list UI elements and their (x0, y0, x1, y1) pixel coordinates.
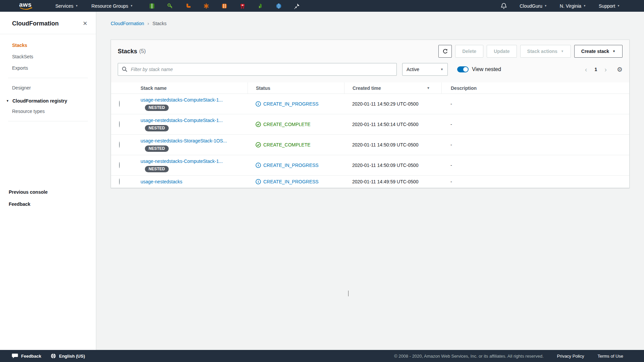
stack-name-link[interactable]: usage-nestedstacks-ComputeStack-1... (141, 97, 223, 103)
column-header-created-time[interactable]: Created time ▼ (344, 82, 441, 94)
close-icon[interactable]: × (83, 20, 87, 27)
services-menu[interactable]: Services ▼ (55, 3, 78, 9)
stack-radio[interactable] (119, 141, 120, 148)
table-row: usage-nestedstacks NESTED CREATE_IN_PROG… (111, 176, 629, 188)
chevron-down-icon: ▼ (583, 5, 586, 7)
pinned-service-icon-red-robot[interactable] (239, 3, 246, 9)
refresh-button[interactable] (438, 45, 452, 58)
sidebar-title: CloudFormation (12, 20, 59, 27)
text-cursor (348, 291, 348, 296)
stack-created-time: 2020-01-11 14:50:29 UTC-0500 (344, 101, 441, 107)
sidebar-section-registry[interactable]: ▼ CloudFormation registry (0, 94, 96, 106)
chevron-down-icon: ▼ (75, 5, 78, 7)
divider (8, 78, 88, 78)
refresh-icon (442, 49, 448, 54)
search-icon (122, 66, 127, 72)
table-header-row: Stack name Status Created time ▼ Descrip… (111, 82, 629, 94)
top-navigation-bar: aws Services ▼ Resource Groups ▼ (0, 0, 644, 12)
speech-bubble-icon (12, 353, 18, 359)
stack-name-link[interactable]: usage-nestedstacks (141, 179, 182, 184)
next-page-icon[interactable]: › (604, 66, 607, 73)
table-row: usage-nestedstacks-StorageStack-1OS... N… (111, 135, 629, 155)
privacy-policy-link[interactable]: Privacy Policy (557, 354, 584, 359)
stack-created-time: 2020-01-11 14:49:59 UTC-0500 (344, 179, 441, 184)
panel-title: Stacks (118, 48, 137, 55)
stack-name-link[interactable]: usage-nestedstacks-ComputeStack-1... (141, 118, 223, 123)
sidebar-item-stacks[interactable]: Stacks (0, 40, 96, 51)
breadcrumb-current: Stacks (153, 21, 167, 26)
gear-icon[interactable]: ⚙ (617, 66, 623, 73)
globe-icon (51, 353, 56, 359)
notifications-bell-icon[interactable] (501, 3, 507, 9)
delete-button[interactable]: Delete (455, 45, 483, 58)
breadcrumb-separator-icon: › (148, 20, 149, 26)
stack-radio[interactable] (119, 101, 120, 107)
chevron-down-icon: ▼ (130, 5, 133, 7)
nested-badge: NESTED (145, 105, 169, 111)
stack-radio[interactable] (119, 178, 120, 185)
footer: Feedback English (US) © 2008 - 2020, Ama… (0, 350, 644, 362)
stack-created-time: 2020-01-11 14:50:09 UTC-0500 (344, 142, 441, 147)
resource-groups-menu[interactable]: Resource Groups ▼ (92, 3, 133, 9)
nested-badge: NESTED (145, 125, 169, 131)
triangle-down-icon: ▼ (6, 99, 9, 103)
view-nested-toggle[interactable] (457, 66, 469, 72)
update-button[interactable]: Update (487, 45, 517, 58)
column-header-stack-name[interactable]: Stack name (132, 82, 248, 94)
aws-logo[interactable]: aws (19, 1, 34, 11)
stack-filter (118, 63, 397, 76)
nested-badge: NESTED (145, 166, 169, 172)
region-menu[interactable]: N. Virginia ▼ (560, 3, 586, 9)
terms-of-use-link[interactable]: Terms of Use (597, 354, 623, 359)
support-menu[interactable]: Support ▼ (599, 3, 620, 9)
pushpin-icon[interactable] (294, 3, 300, 9)
stack-name-link[interactable]: usage-nestedstacks-StorageStack-1OS... (141, 138, 227, 143)
pinned-service-shortcuts (149, 3, 300, 9)
filter-stack-name-input[interactable] (118, 63, 397, 76)
pinned-service-icon-green-pillar[interactable] (258, 3, 264, 9)
sidebar-item-designer[interactable]: Designer (0, 82, 96, 94)
view-nested-toggle-group[interactable]: View nested (457, 66, 501, 72)
footer-feedback-link[interactable]: Feedback (12, 353, 41, 359)
stack-status: CREATE_COMPLETE (263, 142, 311, 147)
breadcrumb: CloudFormation › Stacks (96, 12, 644, 26)
current-page-number[interactable]: 1 (594, 67, 597, 72)
column-header-description[interactable]: Description (441, 82, 629, 94)
pinned-service-icon-asterisk[interactable] (203, 3, 209, 9)
previous-page-icon[interactable]: ‹ (585, 66, 587, 73)
view-nested-label: View nested (472, 66, 501, 72)
pagination: ‹ 1 › (585, 66, 607, 73)
status-filter-select[interactable]: Active ▼ (402, 63, 448, 76)
create-stack-button[interactable]: Create stack ▼ (574, 45, 623, 58)
stack-radio[interactable] (119, 121, 120, 127)
footer-language-selector[interactable]: English (US) (51, 353, 85, 359)
breadcrumb-cloudformation-link[interactable]: CloudFormation (111, 21, 144, 26)
account-menu[interactable]: CloudGuru ▼ (520, 3, 547, 9)
table-row: usage-nestedstacks-ComputeStack-1... NES… (111, 155, 629, 176)
stack-name-link[interactable]: usage-nestedstacks-ComputeStack-1... (141, 159, 223, 164)
pinned-service-icon-database[interactable] (276, 3, 282, 9)
sort-descending-icon[interactable]: ▼ (427, 86, 430, 90)
previous-console-link[interactable]: Previous console (0, 186, 96, 198)
pinned-service-icon-green-box[interactable] (149, 3, 155, 9)
stack-description: - (441, 142, 629, 147)
sidebar-item-stacksets[interactable]: StackSets (0, 51, 96, 62)
sidebar-item-resource-types[interactable]: Resource types (0, 106, 96, 117)
pinned-service-icon-pipe[interactable] (185, 3, 191, 9)
stack-radio[interactable] (119, 162, 120, 168)
sidebar-feedback-link[interactable]: Feedback (0, 198, 96, 210)
sidebar: CloudFormation × Stacks StackSets Export… (0, 12, 96, 350)
divider (8, 121, 88, 121)
column-header-status[interactable]: Status (248, 82, 344, 94)
stack-count: (5) (139, 48, 146, 54)
status-success-icon (256, 142, 261, 147)
stack-actions-button[interactable]: Stack actions ▼ (520, 45, 571, 58)
sidebar-item-exports[interactable]: Exports (0, 62, 96, 74)
stack-status: CREATE_COMPLETE (263, 122, 311, 127)
pinned-service-icon-striped-drum[interactable] (221, 3, 227, 9)
status-info-icon (256, 179, 261, 184)
stack-created-time: 2020-01-11 14:50:09 UTC-0500 (344, 163, 441, 168)
chevron-down-icon: ▼ (544, 5, 547, 7)
pinned-service-icon-key[interactable] (167, 3, 173, 9)
stack-status: CREATE_IN_PROGRESS (263, 163, 319, 168)
